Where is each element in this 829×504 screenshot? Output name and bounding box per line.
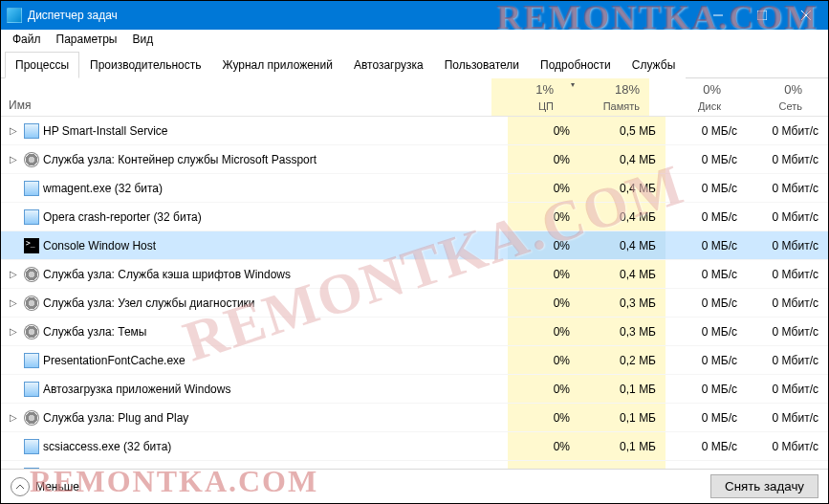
column-name[interactable]: Имя: [1, 78, 491, 116]
maximize-button[interactable]: [740, 1, 784, 30]
process-row[interactable]: ▷HP Smart-Install Service0%0,5 МБ0 МБ/с0…: [1, 117, 828, 145]
process-name: Console Window Host: [43, 239, 156, 252]
cpu-value: 0%: [508, 203, 579, 230]
disk-value: 0 МБ/с: [665, 117, 747, 144]
process-name: HP Smart-Install Service: [43, 124, 167, 138]
tabs: Процессы Производительность Журнал прило…: [1, 51, 828, 78]
expand-icon[interactable]: ▷: [7, 268, 20, 281]
tab-performance[interactable]: Производительность: [79, 52, 211, 78]
tab-details[interactable]: Подробности: [530, 52, 622, 78]
column-disk[interactable]: 0% Диск: [649, 78, 731, 116]
disk-value: 0 МБ/с: [665, 260, 747, 288]
process-row[interactable]: ▷Служба узла: Контейнер службы Microsoft…: [1, 145, 828, 174]
process-row[interactable]: ▷scsiaccess.exe (32 бита)0%0,1 МБ0 МБ/с0…: [1, 432, 828, 461]
process-row[interactable]: ▷Служба узла: Темы0%0,3 МБ0 МБ/с0 Мбит/с: [1, 318, 828, 346]
process-name: wmagent.exe (32 бита): [43, 182, 163, 195]
disk-value: 0 МБ/с: [665, 346, 747, 374]
column-memory[interactable]: ▾ 18% Память: [563, 78, 649, 116]
process-row[interactable]: ▷Служба узла: Служба кэша шрифтов Window…: [1, 260, 828, 289]
column-network[interactable]: 0% Сеть: [731, 78, 812, 116]
memory-value: 0,1 МБ: [579, 404, 665, 431]
memory-value: 0,5 МБ: [579, 117, 665, 144]
process-name: scsiaccess.exe (32 бита): [43, 440, 171, 453]
chevron-up-icon: [11, 477, 30, 496]
tab-startup[interactable]: Автозагрузка: [343, 52, 434, 78]
process-row[interactable]: ▷Служба узла: Plug and Play0%0,1 МБ0 МБ/…: [1, 404, 828, 432]
process-name-cell: ▷Console Window Host: [1, 238, 508, 253]
expand-icon[interactable]: ▷: [7, 153, 20, 166]
cpu-value: 0%: [508, 260, 579, 288]
cpu-value: 0%: [508, 375, 579, 403]
sort-desc-icon: ▾: [571, 80, 575, 89]
process-name: Служба узла: Узел службы диагностики: [43, 296, 255, 310]
fewer-details-button[interactable]: Меньше: [11, 477, 79, 496]
memory-value: 0,1 МБ: [579, 432, 665, 460]
process-name-cell: ▷Служба узла: Темы: [1, 324, 508, 340]
expand-icon[interactable]: ▷: [7, 325, 20, 339]
process-row[interactable]: ▷PresentationFontCache.exe0%0,2 МБ0 МБ/с…: [1, 346, 828, 375]
process-row[interactable]: ▷Opera crash-reporter (32 бита)0%0,4 МБ0…: [1, 203, 828, 231]
cpu-value: 0%: [508, 117, 579, 144]
disk-value: 0 МБ/с: [665, 174, 747, 202]
memory-value: 0,1 МБ: [579, 375, 665, 403]
expand-icon[interactable]: ▷: [7, 124, 20, 138]
process-name-cell: ▷HP Smart-Install Service: [1, 123, 508, 139]
menu-file[interactable]: Файл: [5, 31, 49, 48]
network-value: 0 Мбит/с: [747, 346, 828, 374]
window-title: Диспетчер задач: [28, 9, 696, 22]
expand-icon[interactable]: ▷: [7, 411, 20, 425]
process-row[interactable]: ▷Console Window Host0%0,4 МБ0 МБ/с0 Мбит…: [1, 231, 828, 260]
menubar: Файл Параметры Вид: [1, 30, 828, 49]
network-value: 0 Мбит/с: [747, 375, 828, 403]
process-row[interactable]: ▷Служба узла: Узел службы диагностики0%0…: [1, 289, 828, 318]
cpu-value: 0%: [508, 174, 579, 202]
close-button[interactable]: [784, 1, 828, 30]
process-name-cell: ▷Opera crash-reporter (32 бита): [1, 209, 508, 225]
expand-icon[interactable]: ▷: [7, 296, 20, 310]
network-value: 0 Мбит/с: [747, 289, 828, 317]
network-value: 0 Мбит/с: [747, 260, 828, 288]
tab-users[interactable]: Пользователи: [434, 52, 530, 78]
process-icon: [24, 123, 39, 139]
disk-value: 0 МБ/с: [665, 203, 747, 230]
process-icon: [24, 296, 39, 311]
disk-value: 0 МБ/с: [665, 231, 747, 259]
minimize-button[interactable]: [696, 1, 740, 30]
process-row[interactable]: ▷wmagent.exe (32 бита)0%0,4 МБ0 МБ/с0 Мб…: [1, 174, 828, 203]
network-value: 0 Мбит/с: [747, 432, 828, 460]
disk-value: 0 МБ/с: [665, 318, 747, 345]
column-cpu[interactable]: 1% ЦП: [491, 78, 563, 116]
tab-services[interactable]: Службы: [622, 52, 686, 78]
tab-app-history[interactable]: Журнал приложений: [212, 52, 343, 78]
process-name-cell: ▷Служба узла: Plug and Play: [1, 410, 508, 426]
process-name: Служба узла: Контейнер службы Microsoft …: [43, 153, 316, 166]
network-value: 0 Мбит/с: [747, 174, 828, 202]
titlebar[interactable]: Диспетчер задач: [1, 1, 828, 30]
process-name-cell: ▷scsiaccess.exe (32 бита): [1, 439, 508, 454]
memory-value: 0,4 МБ: [579, 203, 665, 230]
network-value: 0 Мбит/с: [747, 318, 828, 345]
process-row[interactable]: ▷Автозагрузка приложений Windows0%0,1 МБ…: [1, 375, 828, 404]
tab-processes[interactable]: Процессы: [5, 52, 79, 78]
memory-value: 0,4 МБ: [579, 231, 665, 259]
cpu-value: 0%: [508, 231, 579, 259]
process-icon: [24, 238, 39, 253]
cpu-value: 0%: [508, 432, 579, 460]
process-icon: [24, 209, 39, 225]
menu-view[interactable]: Вид: [124, 31, 161, 48]
network-value: 0 Мбит/с: [747, 117, 828, 144]
disk-value: 0 МБ/с: [665, 404, 747, 431]
disk-value: 0 МБ/с: [665, 432, 747, 460]
columns-header: Имя 1% ЦП ▾ 18% Память 0% Диск 0% Сеть: [1, 78, 828, 117]
cpu-value: 0%: [508, 318, 579, 345]
process-icon: [24, 439, 39, 454]
memory-value: 0,2 МБ: [579, 346, 665, 374]
disk-value: 0 МБ/с: [665, 145, 747, 173]
app-icon: [7, 8, 22, 23]
process-name-cell: ▷Служба узла: Контейнер службы Microsoft…: [1, 152, 508, 167]
end-task-button[interactable]: Снять задачу: [710, 474, 818, 498]
process-name: Opera crash-reporter (32 бита): [43, 210, 202, 224]
menu-parameters[interactable]: Параметры: [49, 31, 125, 48]
process-name-cell: ▷Автозагрузка приложений Windows: [1, 382, 508, 397]
process-list[interactable]: ▷HP Smart-Install Service0%0,5 МБ0 МБ/с0…: [1, 117, 828, 492]
